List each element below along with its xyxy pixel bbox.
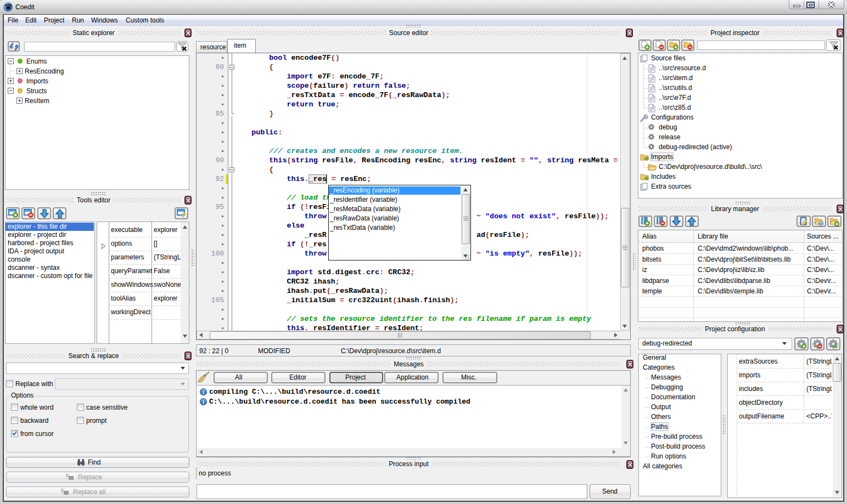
svg-text:b: b [61, 488, 64, 493]
svg-text:b: b [66, 473, 69, 478]
